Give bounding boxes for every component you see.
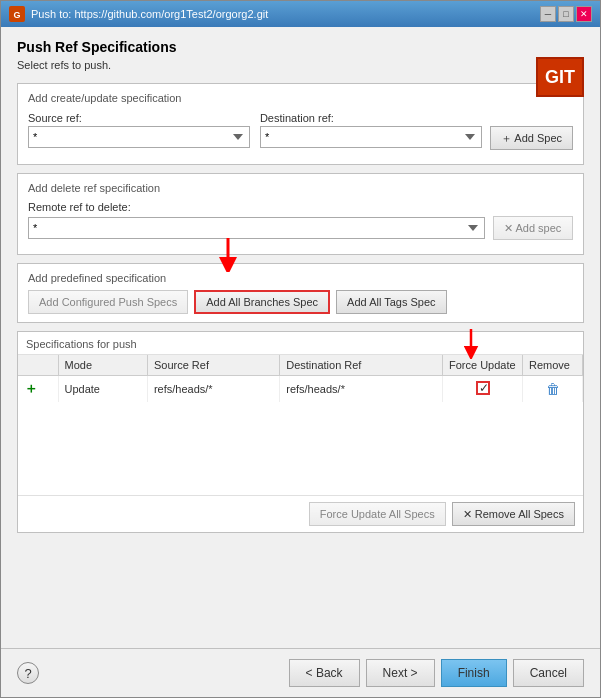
add-all-tags-spec-button[interactable]: Add All Tags Spec — [336, 290, 446, 314]
app-icon: G — [9, 6, 25, 22]
remove-all-button[interactable]: ✕ Remove All Specs — [452, 502, 575, 526]
remote-ref-dropdown[interactable]: * — [28, 217, 485, 239]
page-title: Push Ref Specifications — [17, 39, 584, 55]
page-subtitle: Select refs to push. — [17, 59, 584, 71]
dest-ref-dropdown[interactable]: * — [260, 126, 482, 148]
specs-table: Mode Source Ref Destination Ref Force Up… — [18, 355, 583, 402]
col-force-update: Force Update — [443, 355, 523, 376]
specs-table-section: Specifications for push Mode Source Ref … — [17, 331, 584, 533]
title-bar: G Push to: https://github.com/org1Test2/… — [1, 1, 600, 27]
title-bar-left: G Push to: https://github.com/org1Test2/… — [9, 6, 268, 22]
col-remove: Remove — [523, 355, 583, 376]
footer: ? < Back Next > Finish Cancel — [1, 648, 600, 697]
minimize-button[interactable]: ─ — [540, 6, 556, 22]
row-mode-cell: Update — [58, 376, 147, 403]
add-configured-specs-button[interactable]: Add Configured Push Specs — [28, 290, 188, 314]
predefined-buttons-row: Add Configured Push Specs Add All Branch… — [28, 290, 573, 314]
row-source-ref: refs/heads/* — [154, 383, 213, 395]
col-dest-ref: Destination Ref — [280, 355, 443, 376]
force-update-checkbox[interactable] — [476, 381, 490, 395]
row-dest-ref: refs/heads/* — [286, 383, 345, 395]
window-title: Push to: https://github.com/org1Test2/or… — [31, 8, 268, 20]
add-delete-label: Add delete ref specification — [28, 182, 573, 194]
add-delete-section: Add delete ref specification Remote ref … — [17, 173, 584, 255]
next-button[interactable]: Next > — [366, 659, 435, 687]
row-mode: Update — [65, 383, 100, 395]
finish-button[interactable]: Finish — [441, 659, 507, 687]
dest-ref-group: Destination ref: * — [260, 112, 482, 148]
add-create-section: Add create/update specification Source r… — [17, 83, 584, 165]
specs-table-title: Specifications for push — [18, 332, 583, 355]
row-source-ref-cell: refs/heads/* — [147, 376, 279, 403]
col-source-ref: Source Ref — [147, 355, 279, 376]
footer-buttons: < Back Next > Finish Cancel — [289, 659, 584, 687]
force-update-arrow — [461, 327, 481, 359]
source-ref-label: Source ref: — [28, 112, 250, 124]
row-mode-icon: ＋ — [24, 380, 38, 396]
row-mode-icon-cell: ＋ — [18, 376, 58, 403]
add-spec-delete-button[interactable]: ✕ Add spec — [493, 216, 573, 240]
remote-ref-label: Remote ref to delete: — [28, 201, 485, 213]
content-area: GIT Push Ref Specifications Select refs … — [1, 27, 600, 648]
row-remove-cell: 🗑 — [523, 376, 583, 403]
add-predefined-section: Add predefined specification Add Configu… — [17, 263, 584, 323]
add-create-label: Add create/update specification — [28, 92, 573, 104]
remote-ref-group: Remote ref to delete: * — [28, 201, 485, 239]
close-button[interactable]: ✕ — [576, 6, 592, 22]
add-create-form-row: Source ref: * Destination ref: * ＋ Add S… — [28, 110, 573, 150]
window-controls: ─ □ ✕ — [540, 6, 592, 22]
add-delete-form-row: Remote ref to delete: * ✕ Add spec — [28, 200, 573, 240]
add-predefined-label: Add predefined specification — [28, 272, 573, 284]
force-update-all-button[interactable]: Force Update All Specs — [309, 502, 446, 526]
table-row: ＋ Update refs/heads/* refs/heads/* — [18, 376, 583, 403]
add-all-branches-spec-button[interactable]: Add All Branches Spec — [194, 290, 330, 314]
table-body-area: Mode Source Ref Destination Ref Force Up… — [18, 355, 583, 495]
col-mode — [18, 355, 58, 376]
main-window: G Push to: https://github.com/org1Test2/… — [0, 0, 601, 698]
maximize-button[interactable]: □ — [558, 6, 574, 22]
source-dest-group: Source ref: * Destination ref: * — [28, 112, 482, 148]
table-bottom-buttons: Force Update All Specs ✕ Remove All Spec… — [18, 495, 583, 532]
svg-text:G: G — [13, 10, 20, 20]
git-logo: GIT — [536, 57, 584, 97]
dest-ref-label: Destination ref: — [260, 112, 482, 124]
add-spec-button[interactable]: ＋ Add Spec — [490, 126, 573, 150]
source-ref-group: Source ref: * — [28, 112, 250, 148]
col-mode-label: Mode — [58, 355, 147, 376]
source-ref-dropdown[interactable]: * — [28, 126, 250, 148]
row-remove-icon[interactable]: 🗑 — [546, 381, 560, 397]
help-button[interactable]: ? — [17, 662, 39, 684]
cancel-button[interactable]: Cancel — [513, 659, 584, 687]
back-button[interactable]: < Back — [289, 659, 360, 687]
table-header-row: Mode Source Ref Destination Ref Force Up… — [18, 355, 583, 376]
row-force-update-cell — [443, 376, 523, 403]
row-dest-ref-cell: refs/heads/* — [280, 376, 443, 403]
